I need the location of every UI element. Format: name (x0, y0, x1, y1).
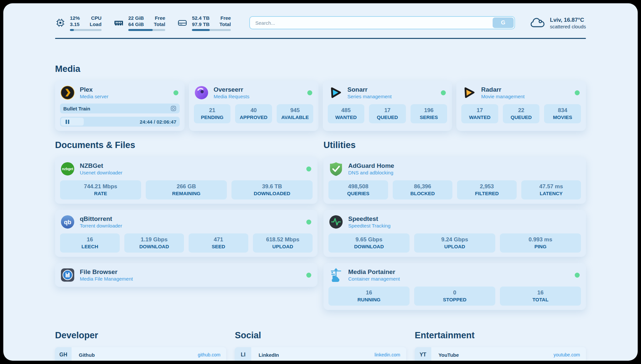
card-plex[interactable]: Plex Media server Bullet Train 24:44 / 0 (55, 81, 185, 131)
ram-progress-track (128, 29, 165, 31)
card-title: qBittorrent (80, 215, 302, 223)
link-badge: GH (55, 347, 72, 361)
disk-value-free: 52.4 TB (192, 15, 209, 21)
developer-section: Developer GH Github github.com SO StackO… (55, 330, 226, 361)
disk-stat: 52.4 TB 97.9 TB Free Total (177, 15, 231, 31)
stat-chip: 471 SEED (189, 233, 248, 253)
playback-elapsed-bar (61, 118, 84, 126)
radarr-icon (461, 85, 476, 100)
cpu-label-1: CPU (91, 15, 102, 21)
card-title: NZBGet (80, 162, 302, 169)
cpu-value-load: 3.15 (70, 21, 80, 27)
section-title-documents: Documents & Files (55, 140, 318, 150)
utilities-column: Utilities AdGuard Home DNS (323, 140, 586, 310)
now-playing-title: Bullet Train (63, 106, 90, 111)
status-online-dot (575, 90, 580, 95)
card-subtitle: Usenet downloader (80, 169, 302, 176)
stat-chip: 0.993 ms PING (500, 233, 581, 253)
stat-chip: 945 AVAILABLE (277, 104, 314, 123)
svg-text:qb: qb (64, 219, 71, 226)
sonarr-icon (328, 85, 343, 100)
link-row-youtube[interactable]: YT YouTube youtube.com (415, 347, 586, 361)
documents-column: Documents & Files nzbget NZBGet Usenet d… (55, 140, 318, 310)
card-nzbget[interactable]: nzbget NZBGet Usenet downloader 744.21 M… (55, 157, 318, 204)
stat-chip: 17 WANTED (461, 104, 498, 123)
ram-value-free: 22 GiB (128, 15, 144, 21)
card-overseerr[interactable]: Overseerr Media Requests 21 PENDING 40 A… (189, 81, 319, 131)
link-row-github[interactable]: GH Github github.com (55, 347, 226, 361)
plex-icon (60, 85, 75, 100)
nzbget-icon: nzbget (60, 161, 75, 176)
system-stats: 12% 3.15 CPU Load (55, 15, 231, 31)
card-portainer[interactable]: Media Portainer Container management 16 … (323, 263, 586, 310)
stat-chip: 16 TOTAL (500, 287, 581, 306)
disk-progress-track (192, 29, 231, 31)
card-speedtest[interactable]: Speedtest Speedtest Tracking 9.65 Gbps D… (323, 210, 586, 257)
stat-chip: 22 QUEUED (503, 104, 540, 123)
pause-icon[interactable] (66, 120, 69, 124)
card-subtitle: Series management (348, 93, 437, 100)
ram-value-total: 64 GiB (128, 21, 144, 27)
link-row-linkedin[interactable]: LI LinkedIn linkedin.com (235, 347, 406, 361)
card-title: AdGuard Home (348, 162, 581, 169)
section-title-entertainment: Entertainment (415, 330, 586, 341)
ram-label-2: Total (154, 21, 165, 27)
stat-chip: 9.24 Gbps UPLOAD (414, 233, 495, 253)
cpu-stat: 12% 3.15 CPU Load (55, 15, 102, 31)
card-qbittorrent[interactable]: qb qBittorrent Torrent downloader 16 LEE… (55, 210, 318, 257)
stat-chip: 744.21 Mbps RATE (60, 180, 141, 199)
disk-label-2: Total (219, 21, 231, 27)
card-sonarr[interactable]: Sonarr Series management 485 WANTED 17 Q… (323, 81, 452, 131)
link-badge: YT (415, 347, 431, 361)
disk-value-total: 97.9 TB (192, 21, 209, 27)
card-subtitle: Container management (348, 276, 570, 282)
card-subtitle: Speedtest Tracking (348, 223, 581, 229)
stat-chip: 16 RUNNING (328, 287, 410, 306)
search-input[interactable] (249, 16, 515, 29)
stat-chip: 47.57 ms LATENCY (521, 180, 581, 199)
overseerr-icon (194, 85, 209, 100)
search-engine-button[interactable]: G (493, 17, 514, 28)
link-badge: LI (235, 347, 251, 361)
card-adguard[interactable]: AdGuard Home DNS and adblocking 498,508 … (323, 157, 586, 204)
card-subtitle: Torrent downloader (80, 223, 302, 229)
entertainment-section: Entertainment YT YouTube youtube.com NF … (415, 330, 586, 361)
svg-text:nzbget: nzbget (62, 167, 73, 171)
stat-chip: 498,508 QUERIES (328, 180, 388, 199)
disk-progress-fill (192, 29, 210, 31)
card-subtitle: DNS and adblocking (348, 169, 581, 176)
stat-chip: 9.65 Gbps DOWNLOAD (328, 233, 410, 253)
card-radarr[interactable]: Radarr Movie management 17 WANTED 22 QUE… (456, 81, 586, 131)
card-title: Overseerr (214, 86, 303, 93)
stat-chip: 0 STOPPED (414, 287, 495, 306)
card-title: Radarr (481, 86, 570, 93)
speedtest-icon (328, 214, 344, 229)
filebrowser-icon (60, 267, 75, 283)
weather-location-temp: Lviv, 16.87°C (550, 16, 586, 24)
dashboard-page: 12% 3.15 CPU Load (3, 3, 638, 361)
stat-chip: 266 GB REMAINING (146, 180, 227, 199)
stat-chip: 2,953 FILTERED (457, 180, 517, 199)
status-online-dot (441, 90, 446, 95)
card-subtitle: Media server (80, 93, 169, 100)
top-bar: 12% 3.15 CPU Load (55, 13, 586, 32)
weather-widget: Lviv, 16.87°C scattered clouds (530, 16, 586, 29)
session-settings-icon[interactable] (170, 106, 176, 111)
card-filebrowser[interactable]: File Browser Media File Management (55, 263, 318, 287)
section-title-media: Media (55, 64, 586, 74)
stat-chip: 16 LEECH (60, 233, 120, 253)
playback-time: 24:44 / 02:06:47 (140, 119, 176, 125)
ram-icon (113, 17, 124, 28)
media-grid: Plex Media server Bullet Train 24:44 / 0 (55, 81, 586, 131)
card-title: Sonarr (348, 86, 437, 93)
stat-chip: 618.52 Mbps UPLOAD (253, 233, 313, 253)
stat-chip: 834 MOVIES (544, 104, 581, 123)
playback-progress-row: 24:44 / 02:06:47 (60, 117, 180, 127)
section-title-social: Social (235, 330, 406, 341)
ram-progress-fill (128, 29, 153, 31)
section-title-utilities: Utilities (323, 140, 586, 150)
stat-chip: 1.19 Gbps DOWNLOAD (124, 233, 184, 253)
card-subtitle: Media Requests (214, 93, 303, 100)
portainer-icon (328, 267, 344, 283)
cpu-icon (55, 17, 66, 28)
